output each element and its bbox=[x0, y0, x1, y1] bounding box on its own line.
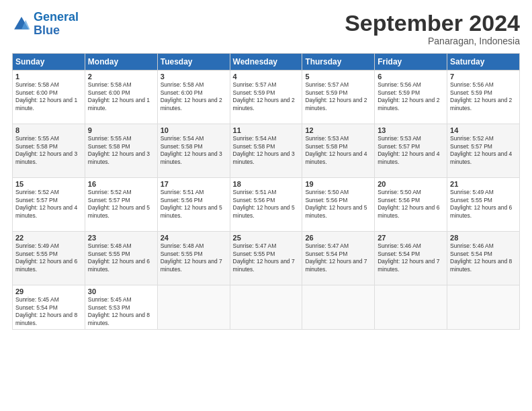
day-number: 26 bbox=[305, 234, 371, 242]
calendar-day-cell: 8 Sunrise: 5:55 AMSunset: 5:58 PMDayligh… bbox=[13, 124, 85, 178]
calendar-week-row: 15 Sunrise: 5:52 AMSunset: 5:57 PMDaylig… bbox=[13, 178, 520, 232]
calendar-day-cell: 20 Sunrise: 5:50 AMSunset: 5:56 PMDaylig… bbox=[375, 178, 447, 232]
calendar-day-cell bbox=[447, 285, 520, 330]
calendar-day-cell: 23 Sunrise: 5:48 AMSunset: 5:55 PMDaylig… bbox=[85, 232, 157, 285]
calendar-day-cell: 6 Sunrise: 5:56 AMSunset: 5:59 PMDayligh… bbox=[375, 71, 447, 124]
day-info: Sunrise: 5:49 AMSunset: 5:55 PMDaylight:… bbox=[15, 242, 77, 272]
day-number: 10 bbox=[161, 126, 227, 134]
weekday-header: Thursday bbox=[302, 54, 375, 71]
day-number: 8 bbox=[15, 126, 82, 134]
day-info: Sunrise: 5:55 AMSunset: 5:58 PMDaylight:… bbox=[15, 135, 77, 165]
day-info: Sunrise: 5:45 AMSunset: 5:53 PMDaylight:… bbox=[88, 296, 150, 326]
day-number: 28 bbox=[450, 234, 517, 242]
day-info: Sunrise: 5:56 AMSunset: 5:59 PMDaylight:… bbox=[378, 81, 439, 111]
day-info: Sunrise: 5:57 AMSunset: 5:59 PMDaylight:… bbox=[305, 81, 367, 111]
calendar-header-row: SundayMondayTuesdayWednesdayThursdayFrid… bbox=[13, 54, 520, 71]
calendar-day-cell: 29 Sunrise: 5:45 AMSunset: 5:54 PMDaylig… bbox=[13, 285, 85, 330]
calendar-day-cell: 19 Sunrise: 5:50 AMSunset: 5:56 PMDaylig… bbox=[302, 178, 375, 232]
calendar-day-cell: 9 Sunrise: 5:55 AMSunset: 5:58 PMDayligh… bbox=[85, 124, 157, 178]
day-info: Sunrise: 5:50 AMSunset: 5:56 PMDaylight:… bbox=[378, 189, 439, 218]
day-number: 29 bbox=[15, 287, 82, 295]
weekday-header: Monday bbox=[85, 54, 157, 71]
day-number: 30 bbox=[88, 287, 154, 295]
day-number: 19 bbox=[305, 180, 371, 188]
day-info: Sunrise: 5:47 AMSunset: 5:54 PMDaylight:… bbox=[305, 242, 367, 272]
weekday-header: Sunday bbox=[13, 54, 85, 71]
calendar-day-cell: 2 Sunrise: 5:58 AMSunset: 6:00 PMDayligh… bbox=[85, 71, 157, 124]
calendar-day-cell: 13 Sunrise: 5:53 AMSunset: 5:57 PMDaylig… bbox=[375, 124, 447, 178]
title-block: September 2024 Panaragan, Indonesia bbox=[345, 11, 520, 46]
day-number: 21 bbox=[450, 180, 517, 188]
calendar-day-cell: 16 Sunrise: 5:52 AMSunset: 5:57 PMDaylig… bbox=[85, 178, 157, 232]
logo-blue: Blue bbox=[34, 24, 60, 37]
day-info: Sunrise: 5:47 AMSunset: 5:55 PMDaylight:… bbox=[233, 242, 295, 272]
logo-icon bbox=[12, 15, 31, 34]
day-info: Sunrise: 5:58 AMSunset: 6:00 PMDaylight:… bbox=[161, 81, 222, 111]
day-info: Sunrise: 5:58 AMSunset: 6:00 PMDaylight:… bbox=[15, 81, 77, 111]
month-title: September 2024 bbox=[345, 11, 520, 36]
calendar-day-cell: 1 Sunrise: 5:58 AMSunset: 6:00 PMDayligh… bbox=[13, 71, 85, 124]
day-number: 1 bbox=[15, 73, 82, 81]
day-info: Sunrise: 5:52 AMSunset: 5:57 PMDaylight:… bbox=[88, 189, 150, 218]
calendar-day-cell bbox=[375, 285, 447, 330]
day-number: 17 bbox=[161, 180, 227, 188]
calendar-day-cell: 14 Sunrise: 5:52 AMSunset: 5:57 PMDaylig… bbox=[447, 124, 520, 178]
day-number: 18 bbox=[233, 180, 300, 188]
logo: General Blue bbox=[12, 11, 79, 38]
calendar-week-row: 8 Sunrise: 5:55 AMSunset: 5:58 PMDayligh… bbox=[13, 124, 520, 178]
day-info: Sunrise: 5:54 AMSunset: 5:58 PMDaylight:… bbox=[233, 135, 295, 165]
calendar-day-cell: 12 Sunrise: 5:53 AMSunset: 5:58 PMDaylig… bbox=[302, 124, 375, 178]
day-info: Sunrise: 5:48 AMSunset: 5:55 PMDaylight:… bbox=[88, 242, 150, 272]
calendar-day-cell: 22 Sunrise: 5:49 AMSunset: 5:55 PMDaylig… bbox=[13, 232, 85, 285]
calendar-day-cell bbox=[230, 285, 302, 330]
day-number: 25 bbox=[233, 234, 300, 242]
calendar-day-cell bbox=[157, 285, 230, 330]
day-info: Sunrise: 5:46 AMSunset: 5:54 PMDaylight:… bbox=[378, 242, 439, 272]
calendar-day-cell: 25 Sunrise: 5:47 AMSunset: 5:55 PMDaylig… bbox=[230, 232, 302, 285]
day-number: 16 bbox=[88, 180, 154, 188]
calendar-day-cell: 4 Sunrise: 5:57 AMSunset: 5:59 PMDayligh… bbox=[230, 71, 302, 124]
calendar-day-cell: 30 Sunrise: 5:45 AMSunset: 5:53 PMDaylig… bbox=[85, 285, 157, 330]
location-subtitle: Panaragan, Indonesia bbox=[345, 36, 520, 46]
calendar-day-cell: 15 Sunrise: 5:52 AMSunset: 5:57 PMDaylig… bbox=[13, 178, 85, 232]
day-number: 15 bbox=[15, 180, 82, 188]
day-info: Sunrise: 5:53 AMSunset: 5:58 PMDaylight:… bbox=[305, 135, 367, 165]
day-number: 20 bbox=[378, 180, 444, 188]
calendar-day-cell: 11 Sunrise: 5:54 AMSunset: 5:58 PMDaylig… bbox=[230, 124, 302, 178]
calendar-day-cell: 24 Sunrise: 5:48 AMSunset: 5:55 PMDaylig… bbox=[157, 232, 230, 285]
day-info: Sunrise: 5:57 AMSunset: 5:59 PMDaylight:… bbox=[233, 81, 295, 111]
weekday-header: Saturday bbox=[447, 54, 520, 71]
weekday-header: Wednesday bbox=[230, 54, 302, 71]
day-number: 3 bbox=[161, 73, 227, 81]
calendar-week-row: 29 Sunrise: 5:45 AMSunset: 5:54 PMDaylig… bbox=[13, 285, 520, 330]
day-info: Sunrise: 5:55 AMSunset: 5:58 PMDaylight:… bbox=[88, 135, 150, 165]
day-info: Sunrise: 5:56 AMSunset: 5:59 PMDaylight:… bbox=[450, 81, 512, 111]
day-number: 5 bbox=[305, 73, 371, 81]
calendar-day-cell: 26 Sunrise: 5:47 AMSunset: 5:54 PMDaylig… bbox=[302, 232, 375, 285]
calendar-day-cell: 17 Sunrise: 5:51 AMSunset: 5:56 PMDaylig… bbox=[157, 178, 230, 232]
weekday-header: Tuesday bbox=[157, 54, 230, 71]
day-info: Sunrise: 5:49 AMSunset: 5:55 PMDaylight:… bbox=[450, 189, 512, 218]
header: General Blue September 2024 Panaragan, I… bbox=[12, 11, 520, 46]
calendar-week-row: 22 Sunrise: 5:49 AMSunset: 5:55 PMDaylig… bbox=[13, 232, 520, 285]
day-info: Sunrise: 5:48 AMSunset: 5:55 PMDaylight:… bbox=[161, 242, 222, 272]
day-info: Sunrise: 5:46 AMSunset: 5:54 PMDaylight:… bbox=[450, 242, 512, 272]
day-info: Sunrise: 5:45 AMSunset: 5:54 PMDaylight:… bbox=[15, 296, 77, 326]
logo-text: General Blue bbox=[34, 11, 79, 38]
day-info: Sunrise: 5:54 AMSunset: 5:58 PMDaylight:… bbox=[161, 135, 222, 165]
day-number: 22 bbox=[15, 234, 82, 242]
calendar-day-cell: 3 Sunrise: 5:58 AMSunset: 6:00 PMDayligh… bbox=[157, 71, 230, 124]
day-info: Sunrise: 5:50 AMSunset: 5:56 PMDaylight:… bbox=[305, 189, 367, 218]
day-number: 12 bbox=[305, 126, 371, 134]
calendar-day-cell: 21 Sunrise: 5:49 AMSunset: 5:55 PMDaylig… bbox=[447, 178, 520, 232]
day-info: Sunrise: 5:51 AMSunset: 5:56 PMDaylight:… bbox=[161, 189, 222, 218]
calendar-week-row: 1 Sunrise: 5:58 AMSunset: 6:00 PMDayligh… bbox=[13, 71, 520, 124]
day-number: 24 bbox=[161, 234, 227, 242]
logo-general: General bbox=[34, 10, 79, 24]
day-info: Sunrise: 5:51 AMSunset: 5:56 PMDaylight:… bbox=[233, 189, 295, 218]
calendar-day-cell bbox=[302, 285, 375, 330]
calendar-table: SundayMondayTuesdayWednesdayThursdayFrid… bbox=[12, 53, 520, 330]
calendar-day-cell: 27 Sunrise: 5:46 AMSunset: 5:54 PMDaylig… bbox=[375, 232, 447, 285]
calendar-day-cell: 18 Sunrise: 5:51 AMSunset: 5:56 PMDaylig… bbox=[230, 178, 302, 232]
day-info: Sunrise: 5:58 AMSunset: 6:00 PMDaylight:… bbox=[88, 81, 150, 111]
